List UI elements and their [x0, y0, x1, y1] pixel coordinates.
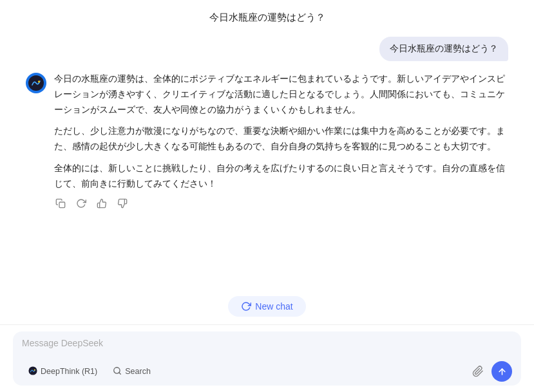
user-bubble: 今日水瓶座の運勢はどう？	[379, 37, 508, 61]
svg-point-4	[34, 369, 35, 370]
message-actions	[54, 197, 508, 210]
message-input[interactable]	[22, 338, 512, 356]
input-tools-right	[470, 361, 512, 382]
send-icon	[497, 367, 507, 377]
refresh-button[interactable]	[75, 197, 88, 210]
new-chat-button[interactable]: New chat	[228, 296, 305, 317]
new-chat-row: New chat	[0, 291, 534, 324]
thumbdown-button[interactable]	[116, 197, 129, 210]
assistant-avatar	[26, 73, 46, 93]
svg-point-1	[38, 80, 40, 82]
input-toolbar: DeepThink (R1) Search	[22, 361, 512, 382]
page-title: 今日水瓶座の運勢はどう？	[0, 0, 534, 30]
assistant-para-3: 全体的には、新しいことに挑戦したり、自分の考えを広げたりするのに良い日と言えそう…	[54, 161, 508, 192]
input-box: DeepThink (R1) Search	[13, 331, 521, 386]
refresh-icon	[241, 301, 251, 312]
assistant-para-1: 今日の水瓶座の運勢は、全体的にポジティブなエネルギーに包まれているようです。新し…	[54, 71, 508, 117]
copy-button[interactable]	[54, 197, 67, 210]
deepthink-icon	[28, 366, 37, 377]
input-area: DeepThink (R1) Search	[0, 324, 534, 392]
assistant-content: 今日の水瓶座の運勢は、全体的にポジティブなエネルギーに包まれているようです。新し…	[54, 71, 508, 210]
assistant-message: 今日の水瓶座の運勢は、全体的にポジティブなエネルギーに包まれているようです。新し…	[26, 71, 508, 210]
user-message: 今日水瓶座の運勢はどう？	[26, 37, 508, 61]
svg-rect-2	[59, 202, 65, 208]
assistant-para-2: ただし、少し注意力が散漫になりがちなので、重要な決断や細かい作業には集中力を高め…	[54, 124, 508, 154]
thumbup-button[interactable]	[95, 197, 108, 210]
search-button[interactable]: Search	[106, 364, 157, 380]
attach-button[interactable]	[470, 364, 486, 378]
attach-icon	[472, 366, 484, 377]
svg-line-6	[119, 372, 121, 374]
search-icon	[113, 366, 122, 377]
chat-area: 今日水瓶座の運勢はどう？ 今日の水瓶座の運勢は、全体的にポジティブなエネルギーに…	[0, 30, 534, 291]
send-button[interactable]	[491, 361, 512, 382]
deepthink-button[interactable]: DeepThink (R1)	[22, 364, 104, 380]
input-tools-left: DeepThink (R1) Search	[22, 364, 157, 380]
